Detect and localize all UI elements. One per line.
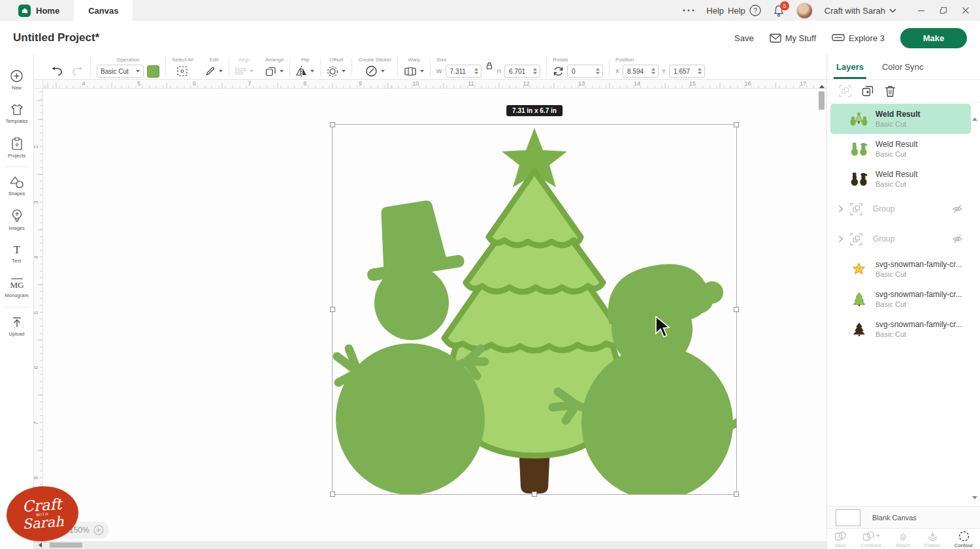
- tab-home[interactable]: Home: [4, 0, 74, 21]
- attach-icon: [897, 531, 909, 542]
- layer-row-weld-2[interactable]: Weld Result Basic Cut: [830, 134, 971, 164]
- offset-icon[interactable]: [327, 66, 338, 77]
- operation-select[interactable]: Basic Cut: [97, 65, 144, 78]
- selection-handle-s[interactable]: [532, 492, 537, 497]
- vertical-scroll-thumb[interactable]: [819, 91, 825, 110]
- help-button[interactable]: Help Help Help ?: [706, 5, 761, 16]
- position-y-stepper[interactable]: [698, 68, 704, 74]
- flatten-icon: [926, 531, 939, 542]
- zoom-in-icon[interactable]: [93, 525, 104, 535]
- layer-row-weld-3[interactable]: Weld Result Basic Cut: [830, 164, 971, 194]
- flatten-button[interactable]: Flatten: [924, 530, 940, 548]
- visibility-off-icon[interactable]: [952, 204, 963, 214]
- scroll-up-icon[interactable]: [819, 85, 825, 88]
- arrange-icon[interactable]: [265, 66, 276, 76]
- close-button[interactable]: [962, 7, 970, 14]
- position-x-stepper[interactable]: [651, 68, 658, 74]
- arrange-caret-icon[interactable]: [280, 70, 284, 72]
- selection-handle-nw[interactable]: [330, 122, 335, 127]
- tab-canvas[interactable]: Canvas: [74, 0, 133, 21]
- canvas-color-swatch[interactable]: [836, 509, 860, 526]
- position-x-field[interactable]: 8.594: [623, 65, 659, 78]
- create-sticker-caret-icon[interactable]: [381, 70, 385, 72]
- my-stuff-button[interactable]: My Stuff: [770, 33, 816, 43]
- chevron-right-icon[interactable]: [838, 235, 843, 243]
- sidebar-item-text[interactable]: T Text: [0, 237, 34, 271]
- pencil-icon[interactable]: [205, 66, 216, 76]
- sidebar-item-new[interactable]: New: [0, 63, 34, 97]
- more-menu-icon[interactable]: [683, 8, 694, 12]
- rotate-stepper[interactable]: [596, 68, 602, 74]
- selection-handle-se[interactable]: [734, 492, 739, 497]
- sidebar-item-images[interactable]: Images: [0, 203, 34, 237]
- delete-icon[interactable]: [885, 85, 896, 97]
- flip-icon[interactable]: [296, 66, 307, 76]
- avatar[interactable]: [796, 3, 813, 19]
- sidebar-item-monogram[interactable]: MG Monogram: [0, 271, 34, 305]
- layer-row-weld-1[interactable]: Weld Result Basic Cut: [830, 104, 971, 134]
- tab-layers[interactable]: Layers: [827, 55, 873, 79]
- minimize-button[interactable]: [917, 7, 925, 14]
- position-label: Position: [615, 57, 634, 64]
- sidebar-item-templates[interactable]: Templates: [0, 97, 34, 131]
- redo-button[interactable]: [72, 67, 84, 76]
- sidebar-item-upload[interactable]: Upload: [0, 309, 34, 343]
- width-stepper[interactable]: [474, 68, 481, 74]
- scroll-left-icon[interactable]: [39, 542, 42, 548]
- select-all-icon[interactable]: [176, 65, 188, 77]
- maximize-button[interactable]: [939, 7, 947, 14]
- horizontal-scroll-thumb[interactable]: [50, 542, 82, 548]
- layers-scroll-up-icon[interactable]: [972, 106, 977, 118]
- explore-button[interactable]: Explore 3: [832, 33, 885, 43]
- canvas-area[interactable]: 4567891011121314151617 2345678: [34, 80, 826, 549]
- select-layers-icon[interactable]: [839, 85, 851, 97]
- duplicate-icon[interactable]: [862, 85, 874, 97]
- layer-row-dark-tree[interactable]: svg-snowman-family-cr... Basic Cut: [830, 314, 971, 344]
- warp-caret-icon[interactable]: [420, 70, 424, 72]
- sticker-icon[interactable]: [365, 65, 378, 77]
- width-field[interactable]: 7.311: [446, 65, 482, 78]
- selection-box[interactable]: [332, 124, 737, 495]
- selection-handle-w[interactable]: [330, 307, 335, 312]
- layer-row-group-1[interactable]: Group: [830, 194, 971, 224]
- height-stepper[interactable]: [533, 68, 540, 74]
- slice-button[interactable]: Slice: [834, 530, 847, 548]
- combine-button[interactable]: Combine: [860, 530, 881, 548]
- selection-handle-sw[interactable]: [330, 492, 335, 497]
- canvas-horizontal-scrollbar[interactable]: [34, 541, 826, 549]
- layer-row-group-2[interactable]: Group: [830, 224, 971, 254]
- edit-caret-icon[interactable]: [219, 70, 223, 72]
- rotate-icon[interactable]: [553, 66, 564, 76]
- visibility-off-icon[interactable]: [952, 234, 963, 244]
- align-icon[interactable]: [235, 67, 246, 76]
- lock-aspect-icon[interactable]: [485, 61, 494, 71]
- selection-handle-ne[interactable]: [734, 122, 739, 127]
- make-button[interactable]: Make: [900, 28, 967, 48]
- layer-row-star[interactable]: svg-snowman-family-cr... Basic Cut: [830, 254, 971, 284]
- select-all-group: Select All: [166, 57, 199, 78]
- attach-button[interactable]: Attach: [896, 530, 911, 548]
- notifications-button[interactable]: 6: [773, 5, 785, 17]
- offset-caret-icon[interactable]: [342, 70, 346, 72]
- position-y-field[interactable]: 1.657: [669, 65, 705, 78]
- blank-canvas-row[interactable]: Blank Canvas: [827, 506, 980, 528]
- height-field[interactable]: 6.701: [504, 65, 540, 78]
- sidebar-item-shapes[interactable]: Shapes: [0, 169, 34, 203]
- sidebar-item-projects[interactable]: Projects: [0, 131, 34, 165]
- material-color-swatch[interactable]: [147, 65, 159, 78]
- tab-color-sync[interactable]: Color Sync: [873, 55, 933, 79]
- flip-caret-icon[interactable]: [310, 70, 314, 72]
- save-button[interactable]: Save: [734, 33, 754, 43]
- rotate-field[interactable]: 0: [567, 65, 603, 78]
- contour-button[interactable]: Contour: [955, 530, 973, 548]
- chevron-right-icon[interactable]: [838, 205, 843, 213]
- flip-label: Flip: [301, 57, 310, 64]
- layer-row-green-tree[interactable]: svg-snowman-family-cr... Basic Cut: [830, 284, 971, 314]
- rotate-label: Rotate: [553, 57, 568, 64]
- ruler-number: 5: [137, 80, 140, 87]
- warp-icon[interactable]: [404, 67, 417, 76]
- selection-handle-e[interactable]: [734, 307, 739, 312]
- account-menu[interactable]: Craft with Sarah: [825, 6, 896, 16]
- undo-button[interactable]: [50, 67, 63, 76]
- canvas-vertical-scrollbar[interactable]: [819, 85, 825, 124]
